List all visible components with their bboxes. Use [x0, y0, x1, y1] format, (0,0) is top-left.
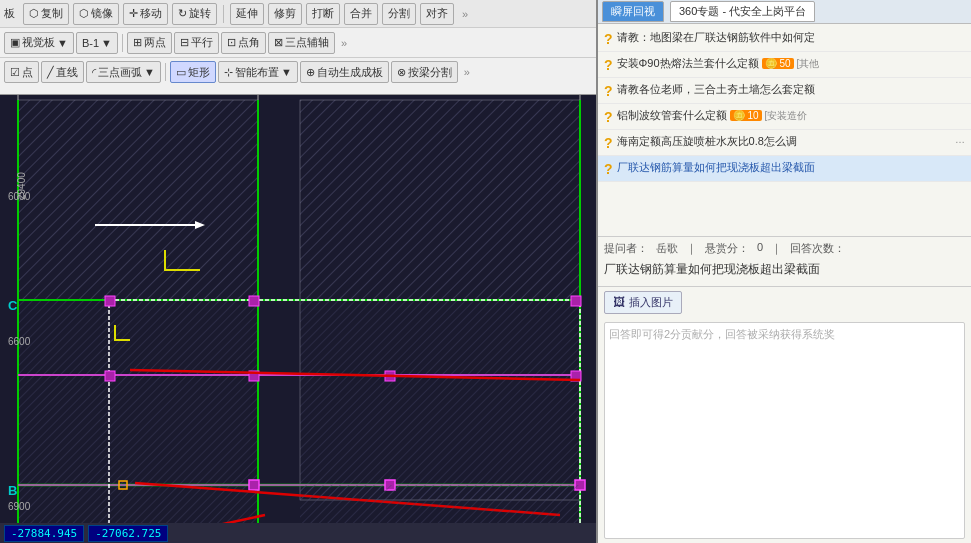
coord-y-box: -27062.725: [88, 525, 168, 542]
view-dropdown[interactable]: ▣ 视觉板 ▼: [4, 32, 74, 54]
move-icon: ✛: [129, 7, 138, 20]
svg-rect-17: [105, 296, 115, 306]
auto-generate-btn[interactable]: ⊕ 自动生成成板: [300, 61, 389, 83]
coin-badge-4: 🪙 10: [730, 110, 762, 121]
question-icon-1: ?: [604, 31, 613, 47]
insert-image-button[interactable]: 🖼 插入图片: [604, 291, 682, 314]
extend-button[interactable]: 延伸: [230, 3, 264, 25]
split-beam-icon: ⊗: [397, 66, 406, 79]
svg-text:29400: 29400: [16, 172, 27, 200]
sep2: [122, 34, 123, 52]
svg-rect-20: [105, 371, 115, 381]
ellipsis-5: …: [955, 134, 965, 145]
parallel-icon: ⊟: [180, 36, 189, 49]
view-icon: ▣: [10, 36, 20, 49]
more-indicator3: »: [464, 66, 470, 78]
qa-item-6[interactable]: ? 厂联达钢筋算量如何把现浇板超出梁截面: [598, 156, 971, 182]
qa-item-2[interactable]: ? 安装Φ90热熔法兰套什么定额 🪙 50 [其他: [598, 52, 971, 78]
svg-text:C: C: [8, 298, 18, 313]
svg-rect-18: [249, 296, 259, 306]
qa-item-4[interactable]: ? 铝制波纹管套什么定额 🪙 10 [安装造价: [598, 104, 971, 130]
insert-img-icon: 🖼: [613, 295, 625, 309]
align-button[interactable]: 对齐: [420, 3, 454, 25]
svg-text:6600: 6600: [8, 336, 31, 347]
parallel-btn[interactable]: ⊟ 平行: [174, 32, 219, 54]
coin-badge-2: 🪙 50: [762, 58, 794, 69]
mirror-button[interactable]: ⬡ 镜像: [73, 3, 119, 25]
smart-layout-chevron-icon: ▼: [281, 66, 292, 78]
dropdown-icon: ▼: [57, 37, 68, 49]
detail-question-text: 厂联达钢筋算量如何把现浇板超出梁截面: [604, 256, 965, 282]
score-value: 0: [757, 241, 763, 256]
move-button[interactable]: ✛ 移动: [123, 3, 168, 25]
sep1: [223, 5, 224, 23]
line-icon: ╱: [47, 66, 54, 79]
rect-btn[interactable]: ▭ 矩形: [170, 61, 216, 83]
qa-item-3[interactable]: ? 请教各位老师，三合土夯土墙怎么套定额: [598, 78, 971, 104]
b1-chevron-icon: ▼: [101, 37, 112, 49]
threepoint-axis-btn[interactable]: ⊠ 三点辅轴: [268, 32, 335, 54]
cad-area[interactable]: 6000 6600 6900 29400 C B -27884.945 -270…: [0, 95, 596, 543]
twopoint-icon: ⊞: [133, 36, 142, 49]
question-icon-4: ?: [604, 109, 613, 125]
question-icon-2: ?: [604, 57, 613, 73]
svg-rect-3: [18, 100, 258, 300]
detail-section: 提问者： 岳歌 ｜ 悬赏分： 0 ｜ 回答次数： 厂联达钢筋算量如何把现浇板超出…: [598, 237, 971, 287]
tab-instant-screen[interactable]: 瞬屏回视: [602, 1, 664, 22]
point-btn[interactable]: ☑ 点: [4, 61, 39, 83]
threepoint-axis-icon: ⊠: [274, 36, 283, 49]
checkbox-icon: ☑: [10, 66, 20, 79]
split-button[interactable]: 分割: [382, 3, 416, 25]
svg-rect-19: [571, 296, 581, 306]
sep-meta1: ｜: [686, 241, 697, 256]
merge-button[interactable]: 合并: [344, 3, 378, 25]
question-icon-5: ?: [604, 135, 613, 151]
rotate-button[interactable]: ↻ 旋转: [172, 3, 217, 25]
line-btn[interactable]: ╱ 直线: [41, 61, 84, 83]
arc-chevron-icon: ▼: [144, 66, 155, 78]
angle-btn[interactable]: ⊡ 点角: [221, 32, 266, 54]
angle-icon: ⊡: [227, 36, 236, 49]
svg-rect-5: [300, 100, 580, 300]
question-icon-3: ?: [604, 83, 613, 99]
auto-gen-icon: ⊕: [306, 66, 315, 79]
rect-icon: ▭: [176, 66, 186, 79]
cad-statusbar: -27884.945 -27062.725: [0, 523, 596, 543]
question-icon-6: ?: [604, 161, 613, 177]
twopoint-btn[interactable]: ⊞ 两点: [127, 32, 172, 54]
more-indicator2: »: [341, 37, 347, 49]
break-button[interactable]: 打断: [306, 3, 340, 25]
trim-button[interactable]: 修剪: [268, 3, 302, 25]
copy-icon: ⬡: [29, 7, 39, 20]
right-header: 瞬屏回视 360专题 - 代安全上岗平台: [598, 0, 971, 24]
asker-name: 岳歌: [656, 241, 678, 256]
asker-label: 提问者：: [604, 241, 648, 256]
svg-rect-4: [18, 300, 258, 535]
copy-button[interactable]: ⬡ 复制: [23, 3, 69, 25]
right-panel: 瞬屏回视 360专题 - 代安全上岗平台 ? 请教：地图梁在厂联达钢筋软件中如何…: [596, 0, 971, 543]
qa-list: ? 请教：地图梁在厂联达钢筋软件中如何定 ? 安装Φ90热熔法兰套什么定额 🪙 …: [598, 24, 971, 236]
arc-icon: ◜: [92, 66, 96, 79]
svg-rect-6: [300, 300, 580, 500]
smart-layout-icon: ⊹: [224, 66, 233, 79]
arc-btn[interactable]: ◜ 三点画弧 ▼: [86, 61, 161, 83]
answer-textarea[interactable]: 回答即可得2分贡献分，回答被采纳获得系统奖: [604, 322, 965, 540]
coord-x-box: -27884.945: [4, 525, 84, 542]
smart-layout-btn[interactable]: ⊹ 智能布置 ▼: [218, 61, 298, 83]
sep-meta2: ｜: [771, 241, 782, 256]
sep3: [165, 63, 166, 81]
tab-360-special[interactable]: 360专题 - 代安全上岗平台: [670, 1, 815, 22]
qa-item-5[interactable]: ? 海南定额高压旋喷桩水灰比0.8怎么调 …: [598, 130, 971, 156]
svg-text:B: B: [8, 483, 17, 498]
split-by-beam-btn[interactable]: ⊗ 按梁分割: [391, 61, 458, 83]
cad-drawing: 6000 6600 6900 29400 C B: [0, 95, 596, 543]
b1-dropdown[interactable]: B-1 ▼: [76, 32, 118, 54]
svg-text:6900: 6900: [8, 501, 31, 512]
qa-item-1[interactable]: ? 请教：地图梁在厂联达钢筋软件中如何定: [598, 26, 971, 52]
detail-meta: 提问者： 岳歌 ｜ 悬赏分： 0 ｜ 回答次数：: [604, 241, 965, 256]
score-label: 悬赏分：: [705, 241, 749, 256]
answer-count-label: 回答次数：: [790, 241, 845, 256]
svg-rect-25: [249, 480, 259, 490]
board-label: 板: [4, 6, 15, 21]
mirror-icon: ⬡: [79, 7, 89, 20]
